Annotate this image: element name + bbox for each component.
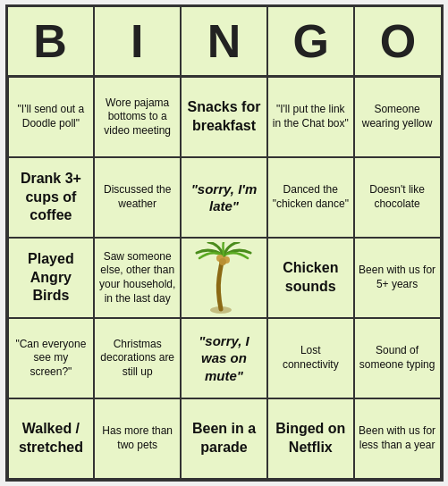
bingo-cell-12[interactable] [181,238,267,318]
bingo-cell-23[interactable]: Binged on Netflix [267,398,354,479]
bingo-cell-11[interactable]: Saw someone else, other than your househ… [94,238,181,318]
letter-n: N [182,7,268,75]
bingo-cell-24[interactable]: Been with us for less than a year [354,398,441,479]
svg-point-3 [210,306,232,314]
bingo-cell-5[interactable]: Drank 3+ cups of coffee [8,157,95,238]
bingo-header: B I N G O [8,7,441,75]
bingo-card: B I N G O "I'll send out a Doodle poll"W… [5,4,444,482]
bingo-cell-20[interactable]: Walked / stretched [8,398,95,479]
bingo-cell-10[interactable]: Played Angry Birds [8,238,95,318]
bingo-cell-21[interactable]: Has more than two pets [94,398,181,479]
bingo-cell-7[interactable]: "sorry, I'm late" [181,157,267,238]
letter-b: B [8,7,95,75]
bingo-cell-17[interactable]: "sorry, I was on mute" [181,318,267,398]
letter-i: I [95,7,182,75]
bingo-cell-2[interactable]: Snacks for breakfast [181,77,267,157]
bingo-cell-9[interactable]: Doesn't like chocolate [354,157,441,238]
bingo-cell-1[interactable]: Wore pajama bottoms to a video meeting [94,77,181,157]
bingo-grid: "I'll send out a Doodle poll"Wore pajama… [8,75,441,479]
letter-g: G [268,7,355,75]
bingo-cell-15[interactable]: "Can everyone see my screen?" [8,318,95,398]
bingo-cell-0[interactable]: "I'll send out a Doodle poll" [8,77,95,157]
bingo-cell-6[interactable]: Discussed the weather [94,157,181,238]
bingo-cell-8[interactable]: Danced the "chicken dance" [267,157,354,238]
svg-point-2 [219,258,226,265]
bingo-cell-4[interactable]: Someone wearing yellow [354,77,441,157]
bingo-cell-16[interactable]: Christmas decorations are still up [94,318,181,398]
bingo-cell-3[interactable]: "I'll put the link in the Chat box" [267,77,354,157]
bingo-cell-22[interactable]: Been in a parade [181,398,267,479]
bingo-cell-19[interactable]: Sound of someone typing [354,318,441,398]
bingo-cell-18[interactable]: Lost connectivity [267,318,354,398]
bingo-cell-14[interactable]: Been with us for 5+ years [354,238,441,318]
letter-o: O [355,7,440,75]
bingo-cell-13[interactable]: Chicken sounds [267,238,354,318]
